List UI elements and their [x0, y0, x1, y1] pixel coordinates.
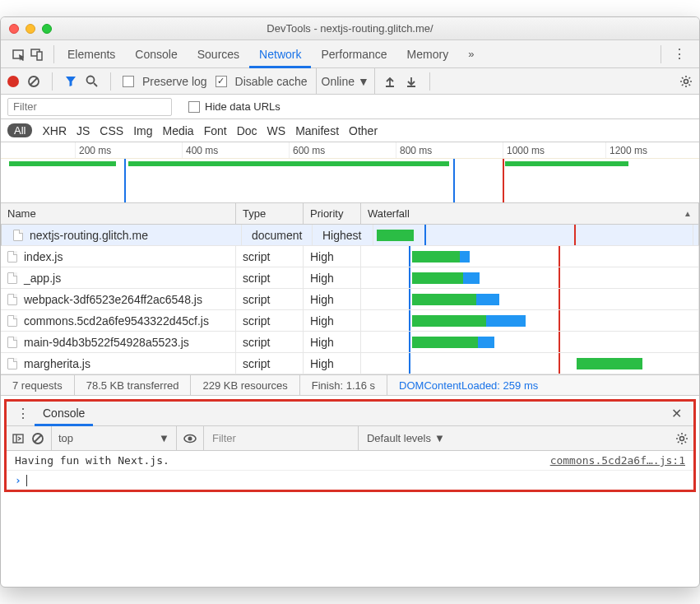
table-row[interactable]: margherita.jsscriptHigh [1, 353, 699, 374]
status-transferred: 78.5 KB transferred [75, 375, 192, 395]
chevron-down-icon: ▼ [358, 75, 369, 88]
svg-line-17 [689, 77, 691, 79]
tab-network[interactable]: Network [249, 40, 311, 68]
more-tabs-button[interactable]: » [461, 48, 480, 60]
hide-data-urls-checkbox[interactable] [188, 101, 200, 113]
tab-console[interactable]: Console [125, 40, 187, 68]
table-row[interactable]: main-9d4b3b522f54928a5523.jsscriptHigh [1, 332, 699, 353]
type-other[interactable]: Other [349, 124, 378, 137]
context-select[interactable]: top ▼ [51, 426, 177, 450]
disable-cache-checkbox[interactable] [216, 76, 227, 87]
throttling-select[interactable]: Online ▼ [316, 68, 375, 94]
type-doc[interactable]: Doc [237, 124, 257, 137]
tab-performance[interactable]: Performance [311, 40, 396, 68]
request-waterfall [377, 225, 693, 245]
inspect-icon[interactable] [12, 48, 25, 61]
download-har-icon[interactable] [405, 75, 418, 88]
svg-point-24 [680, 436, 684, 440]
console-sidebar-toggle-icon[interactable] [12, 432, 25, 445]
close-drawer-button[interactable]: ✕ [665, 406, 688, 421]
upload-har-icon[interactable] [383, 75, 396, 88]
type-js[interactable]: JS [76, 124, 90, 137]
request-priority: High [304, 332, 361, 352]
gear-icon[interactable] [679, 75, 693, 88]
file-icon [13, 230, 23, 241]
request-waterfall [361, 353, 699, 374]
log-levels-select[interactable]: Default levels ▼ [358, 426, 453, 450]
filter-input[interactable] [7, 98, 172, 116]
request-priority: High [304, 267, 361, 288]
console-log-row: Having fun with Next.js. commons.5cd2a6f… [7, 451, 693, 471]
svg-point-9 [684, 79, 688, 83]
col-priority[interactable]: Priority [304, 203, 361, 224]
status-dcl: DOMContentLoaded: 259 ms [387, 375, 549, 395]
console-log-source[interactable]: commons.5cd2a6f….js:1 [550, 454, 685, 467]
type-font[interactable]: Font [204, 124, 227, 137]
status-finish: Finish: 1.16 s [300, 375, 387, 395]
drawer-tab-console[interactable]: Console [35, 402, 93, 426]
console-prompt[interactable]: › [7, 471, 693, 490]
settings-menu-button[interactable]: ⋮ [665, 46, 694, 62]
svg-line-29 [678, 434, 679, 436]
status-requests: 7 requests [1, 375, 75, 395]
file-icon [7, 272, 17, 284]
request-name: nextjs-routing.glitch.me [7, 225, 242, 245]
console-filter-input[interactable]: Filter [203, 426, 351, 450]
preserve-log-checkbox[interactable] [123, 76, 134, 87]
col-name[interactable]: Name [1, 203, 236, 224]
drawer-menu-button[interactable]: ⋮ [12, 406, 35, 421]
request-type: document [245, 225, 313, 245]
request-type: script [236, 289, 304, 309]
svg-line-14 [682, 77, 684, 79]
type-img[interactable]: Img [133, 124, 152, 137]
table-row[interactable]: commons.5cd2a6fe9543322d45cf.jsscriptHig… [1, 310, 699, 332]
clear-icon[interactable] [27, 75, 40, 88]
col-waterfall[interactable]: Waterfall▲ [361, 203, 699, 224]
request-waterfall [361, 289, 699, 309]
search-icon[interactable] [86, 75, 99, 88]
table-row[interactable]: webpack-3df6523e264ff2ac6548.jsscriptHig… [1, 289, 699, 310]
record-button[interactable] [7, 76, 19, 87]
request-name: main-9d4b3b522f54928a5523.js [1, 332, 236, 352]
type-media[interactable]: Media [163, 124, 194, 137]
console-log-message: Having fun with Next.js. [15, 454, 550, 467]
request-priority: High [304, 246, 361, 267]
request-type: script [236, 332, 304, 352]
prompt-caret-icon: › [15, 474, 21, 486]
timeline-overview[interactable] [1, 159, 699, 203]
request-name: commons.5cd2a6fe9543322d45cf.js [1, 310, 236, 331]
type-manifest[interactable]: Manifest [295, 124, 339, 137]
filter-icon[interactable] [64, 75, 77, 88]
type-xhr[interactable]: XHR [42, 124, 67, 137]
type-css[interactable]: CSS [100, 124, 123, 137]
request-type: script [236, 310, 304, 331]
window-title: DevTools - nextjs-routing.glitch.me/ [1, 22, 699, 35]
request-type: script [236, 246, 304, 267]
timeline-header: 200 ms 400 ms 600 ms 800 ms 1000 ms 1200… [1, 142, 699, 159]
file-icon [7, 251, 17, 263]
request-name: margherita.js [1, 353, 236, 374]
request-waterfall [361, 310, 699, 331]
status-resources: 229 KB resources [191, 375, 299, 395]
table-row[interactable]: _app.jsscriptHigh [1, 267, 699, 289]
console-gear-icon[interactable] [675, 432, 688, 445]
tab-elements[interactable]: Elements [58, 40, 125, 68]
tab-sources[interactable]: Sources [188, 40, 249, 68]
network-table-body: nextjs-routing.glitch.medocumentHighesti… [1, 225, 699, 374]
device-toggle-icon[interactable] [30, 48, 44, 61]
live-expression-icon[interactable] [183, 432, 197, 445]
col-type[interactable]: Type [236, 203, 304, 224]
tab-memory[interactable]: Memory [397, 40, 459, 68]
table-row[interactable]: nextjs-routing.glitch.medocumentHighest [1, 225, 699, 246]
type-ws[interactable]: WS [267, 124, 286, 137]
clear-console-icon[interactable] [31, 432, 44, 445]
console-drawer: ⋮ Console ✕ top ▼ Filter Default levels … [4, 399, 696, 492]
type-all[interactable]: All [7, 123, 32, 137]
table-row[interactable]: index.jsscriptHigh [1, 246, 699, 267]
svg-point-23 [188, 436, 192, 440]
svg-line-32 [685, 434, 687, 436]
svg-rect-2 [37, 52, 42, 60]
hide-data-urls-label: Hide data URLs [205, 100, 280, 113]
svg-line-31 [678, 441, 679, 443]
type-filter-bar: All XHR JS CSS Img Media Font Doc WS Man… [1, 119, 699, 142]
